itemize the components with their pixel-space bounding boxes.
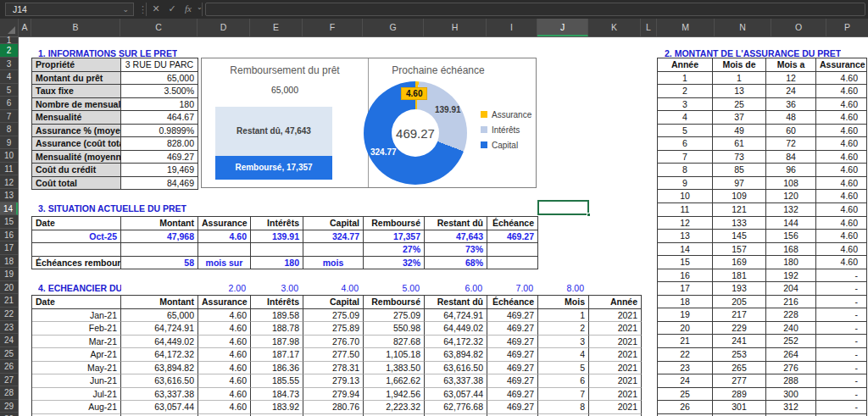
cell[interactable]: Restant dû xyxy=(425,217,487,230)
cell[interactable]: 13 xyxy=(658,230,713,243)
cell[interactable]: 278.31 xyxy=(303,362,364,375)
cell[interactable]: 469.27 xyxy=(487,362,538,375)
cell[interactable]: Coût du crédit xyxy=(32,164,121,177)
cell[interactable]: 10 xyxy=(658,190,713,203)
cell[interactable]: 253 xyxy=(713,348,766,362)
column-header-L[interactable]: L xyxy=(641,19,657,36)
cell[interactable]: 4.60 xyxy=(816,230,867,243)
cell[interactable]: 64,449.02 xyxy=(121,336,198,349)
cell[interactable]: 216 xyxy=(766,296,816,309)
cell[interactable]: 6 xyxy=(538,374,589,388)
cell[interactable]: 265 xyxy=(713,362,766,375)
cell[interactable]: 4.60 xyxy=(816,243,867,257)
cell[interactable]: Mar-21 xyxy=(32,336,121,349)
cell[interactable]: Année xyxy=(589,296,642,309)
row-header-12[interactable]: 12 xyxy=(0,176,18,190)
column-header-G[interactable]: G xyxy=(363,19,424,36)
formula-input[interactable] xyxy=(205,3,865,16)
cell[interactable]: - xyxy=(816,401,867,414)
cell[interactable]: 241 xyxy=(713,335,766,348)
cell[interactable] xyxy=(121,243,198,257)
cell[interactable]: Capital xyxy=(303,217,364,230)
cell[interactable]: Intérêts xyxy=(251,217,303,230)
cell[interactable]: 180 xyxy=(121,98,198,112)
cell[interactable]: 4.60 xyxy=(198,374,251,388)
cell[interactable]: 0.9899% xyxy=(121,125,198,138)
cell[interactable]: 1 xyxy=(658,72,713,86)
cell[interactable]: Mois de xyxy=(713,58,766,72)
cell[interactable]: 1,383.50 xyxy=(364,362,425,375)
cell[interactable]: Remboursé xyxy=(364,296,425,309)
row-header-28[interactable]: 28 xyxy=(0,386,18,400)
cell[interactable]: 469.27 xyxy=(487,348,538,362)
cell[interactable]: - xyxy=(816,335,867,348)
cell[interactable]: 4.60 xyxy=(198,230,251,244)
cell[interactable]: Intérêts xyxy=(251,296,303,309)
cell[interactable]: 8 xyxy=(658,164,713,177)
column-header-H[interactable]: H xyxy=(424,19,487,36)
cell[interactable]: 4.60 xyxy=(816,203,867,217)
row-header-9[interactable]: 9 xyxy=(0,136,18,150)
cell[interactable]: Mois xyxy=(538,296,589,309)
cell[interactable]: 64,724.91 xyxy=(121,322,198,336)
cell[interactable]: 108 xyxy=(766,177,816,191)
cell[interactable]: 63,057.44 xyxy=(425,388,487,402)
cell[interactable]: Assurance (coût total) xyxy=(32,137,121,151)
cell[interactable]: 4.60 xyxy=(816,72,867,86)
cell[interactable]: 469.27 xyxy=(487,336,538,349)
cell[interactable]: 144 xyxy=(766,217,816,230)
cell[interactable]: 1 xyxy=(713,72,766,86)
cell[interactable]: 4.60 xyxy=(198,309,251,323)
cell[interactable]: 2021 xyxy=(589,309,642,323)
cell[interactable]: 37 xyxy=(713,111,766,125)
cell[interactable]: - xyxy=(816,348,867,362)
chevron-down-icon[interactable]: ⌄ xyxy=(122,3,129,15)
cell[interactable]: Mensualité xyxy=(32,111,121,125)
cell[interactable]: - xyxy=(816,374,867,388)
row-header-21[interactable]: 21 xyxy=(0,294,18,308)
cell[interactable]: 469.27 xyxy=(121,151,198,164)
cell[interactable]: 183.92 xyxy=(251,401,303,414)
cell[interactable]: Aug-21 xyxy=(32,401,121,414)
cell[interactable]: - xyxy=(816,388,867,402)
row-header-8[interactable]: 8 xyxy=(0,123,18,136)
cell[interactable]: 96 xyxy=(766,164,816,177)
cell[interactable]: - xyxy=(816,362,867,375)
cell[interactable]: 72 xyxy=(766,137,816,151)
column-header-B[interactable]: B xyxy=(31,19,120,36)
cell[interactable]: 4.60 xyxy=(816,256,867,269)
cell[interactable]: 64,172.32 xyxy=(121,348,198,362)
row-header-17[interactable]: 17 xyxy=(0,241,18,255)
row-header-15[interactable]: 15 xyxy=(0,215,18,229)
cell[interactable]: 58 xyxy=(121,257,198,270)
cell[interactable]: 60 xyxy=(766,125,816,138)
cell[interactable]: 181 xyxy=(713,269,766,283)
cell[interactable]: 24 xyxy=(766,85,816,98)
cell[interactable]: 47,968 xyxy=(121,230,198,244)
cell[interactable]: 469.27 xyxy=(487,401,538,414)
cell[interactable]: 217 xyxy=(713,308,766,322)
row-header-7[interactable]: 7 xyxy=(0,110,18,124)
cell[interactable]: 19,469 xyxy=(121,164,198,177)
cell[interactable]: 275.09 xyxy=(303,309,364,323)
cell[interactable]: Mensualité (moyenne) xyxy=(32,151,121,164)
cell[interactable]: 6 xyxy=(658,137,713,151)
cell[interactable]: 469.27 xyxy=(487,230,538,244)
column-header-P[interactable]: P xyxy=(826,19,868,36)
cell[interactable]: 36 xyxy=(766,98,816,112)
cell[interactable]: 276.70 xyxy=(303,336,364,349)
cell[interactable]: 4.60 xyxy=(198,388,251,402)
column-header-E[interactable]: E xyxy=(250,19,303,36)
cell[interactable]: Échéance xyxy=(487,217,538,230)
cell[interactable]: 469.27 xyxy=(487,374,538,388)
cell[interactable]: 187.98 xyxy=(251,336,303,349)
cell[interactable]: 184.73 xyxy=(251,388,303,402)
cell[interactable]: Feb-21 xyxy=(32,322,121,336)
cell[interactable]: 132 xyxy=(766,203,816,217)
cell[interactable]: 21 xyxy=(658,335,713,348)
column-header-I[interactable]: I xyxy=(487,19,537,36)
cell[interactable]: 276 xyxy=(766,362,816,375)
cell[interactable]: 1,662.62 xyxy=(364,374,425,388)
cell[interactable]: 3.500% xyxy=(121,85,198,98)
cell[interactable]: 4.60 xyxy=(198,401,251,414)
